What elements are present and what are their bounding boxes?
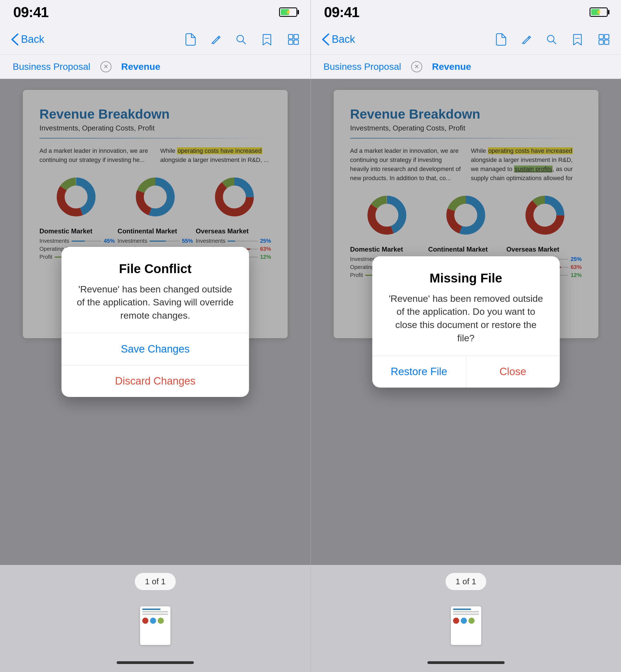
content-area-right: Revenue Breakdown Investments, Operating… bbox=[311, 79, 621, 565]
chevron-left-icon-left bbox=[11, 33, 19, 45]
restore-file-button[interactable]: Restore File bbox=[372, 356, 466, 388]
thumb-dot bbox=[468, 618, 474, 624]
tab-close-left[interactable]: ✕ bbox=[99, 60, 113, 73]
toolbar-icons-left bbox=[185, 33, 299, 46]
toolbar-left: Back bbox=[0, 24, 310, 54]
svg-rect-21 bbox=[605, 40, 609, 44]
edit-icon-left[interactable] bbox=[210, 34, 221, 45]
grid-icon-right[interactable] bbox=[598, 33, 610, 45]
thumb-card-right[interactable] bbox=[451, 606, 481, 645]
modal-body-left: File Conflict 'Revenue' has been changed… bbox=[61, 247, 249, 322]
tab-revenue-left[interactable]: Revenue bbox=[117, 59, 165, 74]
modal-title-left: File Conflict bbox=[76, 261, 235, 276]
home-bar-right bbox=[427, 661, 505, 664]
status-time-left: 09:41 bbox=[13, 4, 48, 21]
edit-icon-right[interactable] bbox=[521, 34, 532, 45]
status-bar-left: 09:41 ⚡ bbox=[0, 0, 310, 24]
thumb-dot bbox=[150, 618, 156, 624]
missing-file-modal: Missing File 'Revenue' has been removed … bbox=[372, 256, 560, 388]
svg-rect-18 bbox=[599, 35, 603, 39]
toolbar-right: Back bbox=[311, 24, 621, 54]
search-icon-right[interactable] bbox=[546, 34, 557, 45]
bookmarks-icon-left[interactable] bbox=[261, 33, 273, 45]
thumb-dot bbox=[453, 618, 459, 624]
home-indicator-right bbox=[311, 653, 621, 672]
svg-rect-3 bbox=[288, 40, 293, 44]
home-indicator-left bbox=[0, 653, 310, 672]
back-button-right[interactable]: Back bbox=[322, 33, 355, 45]
back-button-left[interactable]: Back bbox=[11, 33, 44, 45]
tab-revenue-right[interactable]: Revenue bbox=[428, 59, 476, 74]
thumbnail-strip-left bbox=[0, 598, 310, 653]
thumb-dot bbox=[158, 618, 164, 624]
home-bar-left bbox=[117, 661, 194, 664]
page-indicator-right: 1 of 1 bbox=[446, 573, 486, 590]
thumbnail-strip-right bbox=[311, 598, 621, 653]
modal-overlay-left: File Conflict 'Revenue' has been changed… bbox=[0, 79, 310, 565]
svg-rect-2 bbox=[294, 35, 298, 39]
modal-title-right: Missing File bbox=[386, 271, 545, 285]
svg-rect-20 bbox=[599, 40, 603, 44]
status-time-right: 09:41 bbox=[324, 4, 359, 21]
close-button[interactable]: Close bbox=[466, 356, 560, 388]
tab-doc-left[interactable]: Business Proposal bbox=[8, 59, 95, 74]
modal-actions-right: Restore File Close bbox=[372, 356, 560, 388]
file-icon-left[interactable] bbox=[185, 33, 196, 46]
page-indicator-area-right: 1 of 1 bbox=[311, 565, 621, 598]
bookmarks-icon-right[interactable] bbox=[571, 33, 583, 45]
content-area-left: Revenue Breakdown Investments, Operating… bbox=[0, 79, 310, 565]
tab-doc-right[interactable]: Business Proposal bbox=[319, 59, 406, 74]
toolbar-icons-right bbox=[496, 33, 610, 46]
thumb-card-left[interactable] bbox=[140, 606, 170, 645]
modal-message-right: 'Revenue' has been removed outside of th… bbox=[386, 292, 545, 345]
status-icons-right: ⚡ bbox=[589, 7, 608, 17]
svg-rect-1 bbox=[288, 35, 293, 39]
left-panel: 09:41 ⚡ Back bbox=[0, 0, 310, 672]
tab-close-right[interactable]: ✕ bbox=[410, 60, 423, 73]
save-changes-button[interactable]: Save Changes bbox=[61, 333, 249, 365]
tab-bar-right: Business Proposal ✕ Revenue bbox=[311, 54, 621, 79]
search-icon-left[interactable] bbox=[236, 34, 247, 45]
modal-overlay-right: Missing File 'Revenue' has been removed … bbox=[311, 79, 621, 565]
battery-icon-left: ⚡ bbox=[279, 7, 297, 17]
modal-body-right: Missing File 'Revenue' has been removed … bbox=[372, 256, 560, 345]
modal-actions-left: Save Changes Discard Changes bbox=[61, 333, 249, 397]
page-indicator-left: 1 of 1 bbox=[135, 573, 175, 590]
svg-rect-4 bbox=[294, 40, 298, 44]
thumb-dot bbox=[142, 618, 148, 624]
thumb-dot bbox=[461, 618, 467, 624]
tab-bar-left: Business Proposal ✕ Revenue bbox=[0, 54, 310, 79]
svg-rect-19 bbox=[605, 35, 609, 39]
right-panel: 09:41 ⚡ Back bbox=[310, 0, 621, 672]
status-bar-right: 09:41 ⚡ bbox=[311, 0, 621, 24]
chevron-left-icon-right bbox=[322, 33, 330, 45]
status-icons-left: ⚡ bbox=[279, 7, 297, 17]
back-label-right: Back bbox=[332, 33, 355, 45]
file-conflict-modal: File Conflict 'Revenue' has been changed… bbox=[61, 247, 249, 397]
file-icon-right[interactable] bbox=[496, 33, 506, 46]
modal-message-left: 'Revenue' has been changed outside of th… bbox=[76, 283, 235, 322]
discard-changes-button[interactable]: Discard Changes bbox=[61, 365, 249, 397]
back-label-left: Back bbox=[21, 33, 44, 45]
grid-icon-left[interactable] bbox=[287, 33, 299, 45]
page-indicator-area-left: 1 of 1 bbox=[0, 565, 310, 598]
battery-icon-right: ⚡ bbox=[589, 7, 608, 17]
